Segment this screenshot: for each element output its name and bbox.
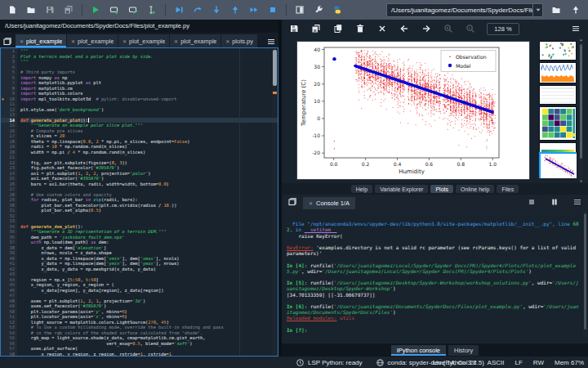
tab-label: plot_example3.py bbox=[129, 38, 165, 45]
thumbnail-table[interactable] bbox=[539, 85, 577, 105]
console-line bbox=[287, 256, 581, 262]
close-tab-icon[interactable]: ✕ bbox=[20, 38, 24, 44]
console-line: [34.70133359] [[-31.00679737]] bbox=[287, 292, 581, 298]
python-env-icon[interactable] bbox=[332, 4, 343, 16]
run-selection-icon[interactable] bbox=[146, 4, 158, 16]
console-tab[interactable]: ✕ Console 1/A bbox=[303, 197, 355, 209]
status-item: LF bbox=[514, 359, 522, 366]
console-line: In [5]: runfile('/Users/juanitagomez/Des… bbox=[287, 280, 581, 291]
debug-file-icon[interactable] bbox=[173, 4, 185, 16]
x-axis-label: Humidity bbox=[399, 168, 425, 175]
save-file-icon bbox=[44, 4, 56, 16]
y-axis-label: Temperature (C) bbox=[301, 79, 307, 127]
close-icon[interactable]: ✕ bbox=[309, 200, 313, 206]
scroll-up-icon[interactable]: ▲ bbox=[579, 38, 583, 42]
zoom-out-icon bbox=[465, 23, 476, 34]
copy-plot-icon[interactable] bbox=[332, 23, 344, 34]
console-line: File "/opt/anaconda3/envs/spyder-dev/lib… bbox=[287, 221, 581, 232]
console-line: In [4]: runfile('/Users/juanitagomez/Loc… bbox=[287, 263, 581, 274]
open-file-icon[interactable] bbox=[25, 4, 37, 16]
code-lines[interactable]: """Plot a terrain model and a polar plot… bbox=[17, 48, 278, 356]
pane-tab-plots[interactable]: Plots bbox=[430, 185, 453, 193]
svg-text:0.2: 0.2 bbox=[362, 161, 370, 167]
close-tab-icon[interactable]: ✕ bbox=[71, 38, 75, 44]
thumbnails-scrollbar[interactable]: ▲ ▼ bbox=[579, 38, 583, 183]
plots-toolbar: 128 % bbox=[282, 20, 588, 38]
editor-tab[interactable]: ✕plot_example5.py bbox=[170, 34, 220, 47]
svg-text:40: 40 bbox=[314, 47, 320, 52]
status-lsp-status[interactable]: LSP Python: ready bbox=[296, 358, 363, 367]
thumbnail-cluster-scatter[interactable] bbox=[539, 41, 577, 61]
stop-debug-icon[interactable] bbox=[267, 4, 278, 16]
preferences-icon[interactable] bbox=[313, 4, 324, 16]
close-tab-icon[interactable]: ✕ bbox=[122, 38, 127, 44]
pane-tab-online-help[interactable]: Online help bbox=[456, 185, 494, 193]
step-over-icon[interactable] bbox=[192, 4, 203, 16]
plot-thumbnail-list: ▲ ▼ bbox=[537, 38, 580, 183]
scrollbar-thumb[interactable] bbox=[580, 44, 582, 159]
working-directory-value: /Users/juanitagomez/Documents/SpyderDocs… bbox=[387, 7, 532, 14]
status-item: ASCII bbox=[488, 359, 505, 366]
browse-working-directory-icon[interactable] bbox=[550, 4, 562, 16]
console-line bbox=[287, 321, 581, 327]
step-return-icon[interactable] bbox=[229, 4, 241, 16]
svg-text:10: 10 bbox=[314, 98, 320, 104]
pane-tab-help[interactable]: Help bbox=[351, 185, 372, 193]
close-tab-icon[interactable]: ✕ bbox=[174, 38, 178, 44]
editor-tab[interactable]: ✕plot_example.py bbox=[16, 34, 66, 47]
text-cursor bbox=[88, 118, 89, 123]
thumbnail-heatmap[interactable] bbox=[539, 106, 577, 141]
editor-tab[interactable]: ✕plot_example3.py bbox=[118, 34, 169, 47]
browse-tabs-icon[interactable] bbox=[2, 36, 13, 47]
code-editor[interactable]: 123456789▲101112131415161718192021222324… bbox=[0, 47, 278, 357]
working-directory-combobox[interactable]: /Users/juanitagomez/Documents/SpyderDocs… bbox=[386, 3, 543, 17]
console-output[interactable]: File "/opt/anaconda3/envs/spyder-dev/lib… bbox=[282, 209, 588, 343]
tab-ipython-console[interactable]: IPython console bbox=[391, 345, 446, 356]
tab-label: plots.py bbox=[232, 38, 253, 45]
editor-options-icon[interactable] bbox=[265, 36, 277, 47]
warning-icon: ▲ bbox=[2, 96, 4, 102]
close-all-plots-icon[interactable] bbox=[376, 23, 388, 34]
console-options-icon[interactable] bbox=[572, 196, 583, 208]
console-line: KeyError: 'examples.directory is not a v… bbox=[287, 245, 581, 256]
parent-directory-icon[interactable] bbox=[570, 4, 581, 16]
continue-execution-icon[interactable] bbox=[248, 4, 260, 16]
thumbnail-regression[interactable] bbox=[539, 152, 577, 178]
save-plot-icon[interactable] bbox=[288, 23, 300, 34]
plots-options-icon[interactable] bbox=[570, 23, 581, 34]
new-file-icon[interactable] bbox=[7, 4, 18, 16]
scatter-chart: 0.00.20.40.60.81.0-20-10010203040Humidit… bbox=[297, 42, 529, 179]
browse-tabs-icon[interactable] bbox=[287, 196, 298, 208]
run-file-icon[interactable] bbox=[90, 4, 101, 16]
pane-tabbar: HelpVariable ExplorerPlotsOnline helpFil… bbox=[282, 183, 588, 195]
pane-tab-files[interactable]: Files bbox=[497, 185, 519, 193]
status-bar: LSP Python: readyconda: spyder-dev (Pyth… bbox=[0, 357, 588, 368]
run-cell-icon[interactable] bbox=[109, 4, 120, 16]
close-tab-icon[interactable]: ✕ bbox=[225, 38, 229, 44]
tab-history[interactable]: History bbox=[448, 345, 479, 356]
pane-tab-variable-explorer[interactable]: Variable Explorer bbox=[375, 185, 428, 193]
thumbnail-waveforms[interactable] bbox=[539, 62, 577, 83]
editor-tab[interactable]: ✕plots.py bbox=[221, 34, 257, 47]
toolbar-separator bbox=[286, 4, 287, 16]
console-line: In [7]: bbox=[287, 327, 581, 333]
run-cell-advance-icon[interactable] bbox=[127, 4, 139, 16]
previous-plot-icon[interactable] bbox=[399, 23, 410, 34]
chevron-down-icon[interactable] bbox=[532, 4, 542, 16]
next-plot-icon[interactable] bbox=[421, 23, 432, 34]
console-line: Reloaded modules: utils bbox=[287, 315, 581, 321]
stop-console-icon[interactable] bbox=[526, 196, 537, 208]
console-line: In [6]: runfile('/Users/juanitagomez/Doc… bbox=[287, 303, 581, 315]
svg-text:30: 30 bbox=[314, 64, 320, 70]
remove-plot-icon[interactable] bbox=[354, 23, 366, 34]
interrupt-kernel-icon[interactable] bbox=[549, 196, 560, 208]
status-item: Mem 67% bbox=[555, 359, 584, 366]
svg-text:Model: Model bbox=[456, 63, 471, 69]
console-scrollbar[interactable] bbox=[583, 211, 587, 338]
step-into-icon[interactable] bbox=[211, 4, 222, 16]
editor-tab[interactable]: ✕plot_example2.py bbox=[67, 34, 118, 47]
svg-text:-20: -20 bbox=[312, 150, 320, 155]
save-all-plots-icon[interactable] bbox=[310, 23, 322, 34]
thumbnail-colorbar[interactable] bbox=[539, 142, 577, 150]
maximize-pane-icon[interactable] bbox=[294, 4, 305, 16]
